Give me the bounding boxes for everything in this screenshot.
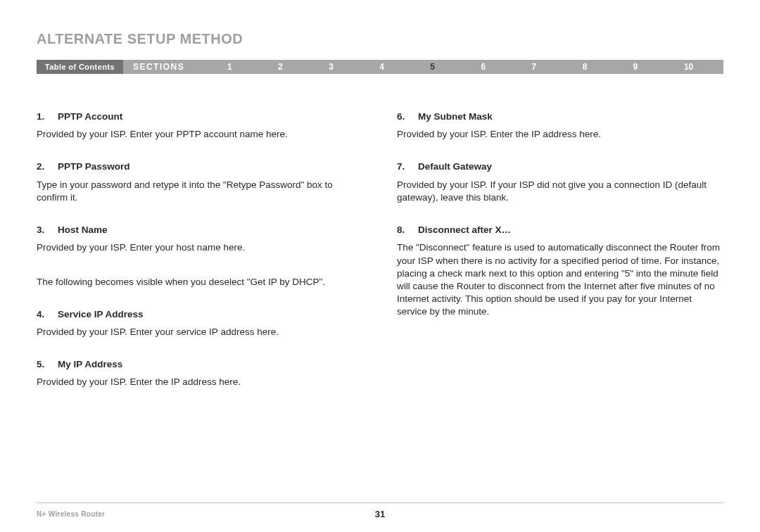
item-title: My IP Address: [58, 358, 122, 371]
content-area: 1. PPTP Account Provided by your ISP. En…: [37, 110, 723, 409]
item-default-gateway: 7. Default Gateway Provided by your ISP.…: [397, 160, 723, 204]
footer: N+ Wireless Router 31: [37, 502, 723, 518]
footer-product-name: N+ Wireless Router: [37, 510, 105, 518]
right-column: 6. My Subnet Mask Provided by your ISP. …: [397, 110, 723, 409]
item-description: Provided by your ISP. Enter your PPTP ac…: [37, 128, 363, 141]
item-number: 7.: [397, 160, 418, 173]
dhcp-note: The following becomes visible when you d…: [37, 276, 363, 289]
item-number: 4.: [37, 308, 58, 321]
item-pptp-password: 2. PPTP Password Type in your password a…: [37, 160, 363, 204]
item-number: 3.: [37, 224, 58, 236]
item-number: 5.: [37, 358, 58, 371]
item-title: Default Gateway: [418, 160, 492, 173]
item-title: Disconnect after X…: [418, 224, 511, 236]
page-title: ALTERNATE SETUP METHOD: [37, 31, 723, 47]
item-description: Provided by your ISP. If your ISP did no…: [397, 179, 723, 204]
nav-section-6[interactable]: 6: [481, 62, 486, 72]
item-title: Service IP Address: [58, 308, 144, 321]
item-description: Provided by your ISP. Enter your service…: [37, 326, 363, 338]
item-number: 2.: [37, 160, 58, 173]
item-number: 1.: [37, 110, 58, 123]
nav-sections: 1 2 3 4 5 6 7 8 9 10: [197, 60, 723, 74]
item-number: 6.: [397, 110, 418, 123]
item-disconnect-after: 8. Disconnect after X… The "Disconnect" …: [397, 224, 723, 319]
item-description: Type in your password and retype it into…: [37, 179, 363, 204]
nav-section-7[interactable]: 7: [532, 62, 537, 72]
nav-section-4[interactable]: 4: [379, 62, 384, 72]
nav-section-10[interactable]: 10: [684, 62, 693, 72]
item-description: The "Disconnect" feature is used to auto…: [397, 241, 723, 318]
item-description: Provided by your ISP. Enter the IP addre…: [37, 376, 363, 388]
item-host-name: 3. Host Name Provided by your ISP. Enter…: [37, 224, 363, 254]
nav-section-1[interactable]: 1: [227, 62, 232, 72]
nav-bar: Table of Contents SECTIONS 1 2 3 4 5 6 7…: [37, 60, 723, 74]
left-column: 1. PPTP Account Provided by your ISP. En…: [37, 110, 363, 409]
nav-section-9[interactable]: 9: [633, 62, 638, 72]
item-title: PPTP Account: [58, 110, 122, 123]
item-title: PPTP Password: [58, 160, 130, 173]
item-description: Provided by your ISP. Enter your host na…: [37, 241, 363, 254]
item-pptp-account: 1. PPTP Account Provided by your ISP. En…: [37, 110, 363, 141]
nav-toc-link[interactable]: Table of Contents: [37, 60, 123, 74]
item-subnet-mask: 6. My Subnet Mask Provided by your ISP. …: [397, 110, 723, 141]
footer-page-number: 31: [375, 509, 385, 519]
item-number: 8.: [397, 224, 418, 236]
item-description: Provided by your ISP. Enter the IP addre…: [397, 128, 723, 141]
item-title: Host Name: [58, 224, 108, 236]
nav-section-5[interactable]: 5: [430, 62, 435, 72]
item-my-ip: 5. My IP Address Provided by your ISP. E…: [37, 358, 363, 388]
nav-section-2[interactable]: 2: [278, 62, 283, 72]
nav-section-8[interactable]: 8: [583, 62, 588, 72]
item-service-ip: 4. Service IP Address Provided by your I…: [37, 308, 363, 338]
nav-section-3[interactable]: 3: [329, 62, 334, 72]
item-title: My Subnet Mask: [418, 110, 493, 123]
nav-sections-label: SECTIONS: [123, 60, 197, 74]
